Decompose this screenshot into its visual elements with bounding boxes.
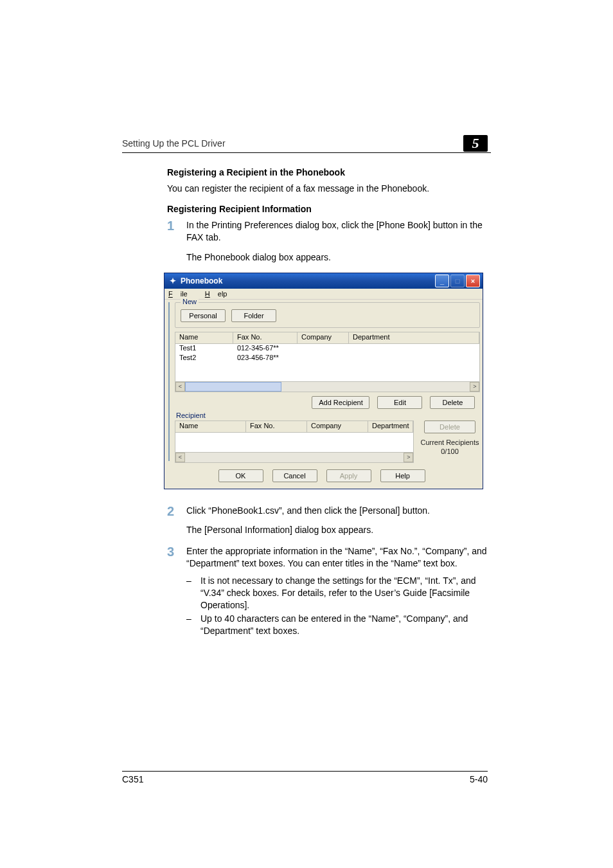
- titlebar: ✦ Phonebook _ □ ×: [164, 273, 483, 289]
- step-number: 2: [167, 505, 186, 518]
- minimize-button[interactable]: _: [435, 275, 449, 287]
- running-title: Setting Up the PCL Driver: [122, 138, 491, 153]
- list-row[interactable]: Test2 023-456-78**: [175, 354, 479, 363]
- note-item: –Up to 40 characters can be entered in t…: [186, 613, 488, 637]
- ok-button[interactable]: OK: [218, 469, 263, 482]
- col-department[interactable]: Department: [349, 332, 479, 343]
- window-title: Phonebook: [181, 276, 222, 285]
- running-header: Setting Up the PCL Driver: [122, 138, 491, 153]
- list-body[interactable]: Test1 012-345-67** Test2 023-456-78**: [175, 344, 480, 382]
- edit-button[interactable]: Edit: [377, 396, 422, 409]
- menu-file[interactable]: File: [168, 290, 195, 298]
- scroll-right-button[interactable]: >: [470, 382, 479, 392]
- tree-pane[interactable]: 📘hBook.csv 👤Test1 👤Test2 👥Group 📁Group1 …: [168, 302, 170, 461]
- groupbox-label: New: [181, 298, 199, 305]
- scroll-thumb[interactable]: [185, 382, 281, 392]
- recipient-label: Recipient: [176, 411, 480, 419]
- new-groupbox: New Personal Folder: [175, 302, 480, 328]
- step-number: 3: [167, 545, 186, 558]
- help-button[interactable]: Help: [380, 469, 425, 482]
- list-hscrollbar[interactable]: < >: [175, 382, 480, 392]
- delete-recipient-button[interactable]: Delete: [424, 420, 475, 433]
- col-fax[interactable]: Fax No.: [233, 332, 298, 343]
- step-text: In the Printing Preferences dialog box, …: [186, 219, 488, 244]
- recipient-counter: 0/100: [419, 448, 480, 455]
- col-department[interactable]: Department: [368, 421, 413, 432]
- step-text: Click “PhoneBook1.csv”, and then click t…: [186, 505, 488, 517]
- phonebook-dialog: ✦ Phonebook _ □ × File Help 📘hBook.csv �: [164, 273, 482, 489]
- step-subtext: The [Personal Information] dialog box ap…: [186, 524, 488, 536]
- scroll-right-button[interactable]: >: [404, 453, 413, 462]
- entry-list: Name Fax No. Company Department Test1 01…: [175, 332, 480, 392]
- intro-paragraph: You can register the recipient of a fax …: [167, 183, 488, 195]
- section-heading: Registering a Recipient in the Phonebook: [167, 167, 488, 177]
- subsection-heading: Registering Recipient Information: [167, 204, 488, 214]
- menubar: File Help: [164, 289, 483, 299]
- col-name[interactable]: Name: [175, 332, 233, 343]
- col-fax[interactable]: Fax No.: [246, 421, 307, 432]
- add-recipient-button[interactable]: Add Recipient: [312, 396, 369, 409]
- menu-help[interactable]: Help: [205, 290, 227, 298]
- col-company[interactable]: Company: [307, 421, 368, 432]
- scroll-down-button[interactable]: ˅: [168, 451, 169, 460]
- note-item: –It is not necessary to change the setti…: [186, 575, 488, 611]
- close-button[interactable]: ×: [466, 275, 480, 287]
- cancel-button[interactable]: Cancel: [272, 469, 317, 482]
- recipient-hscrollbar[interactable]: < >: [175, 453, 414, 463]
- scroll-left-button[interactable]: <: [175, 382, 185, 392]
- folder-button[interactable]: Folder: [231, 309, 276, 322]
- footer-model: C351: [122, 774, 143, 784]
- scroll-left-button[interactable]: <: [175, 453, 185, 462]
- step-3: 3 Enter the appropriate information in t…: [167, 545, 488, 571]
- list-row[interactable]: Test1 012-345-67**: [175, 344, 479, 354]
- step-1: 1 In the Printing Preferences dialog box…: [167, 219, 488, 248]
- apply-button[interactable]: Apply: [326, 469, 371, 482]
- step-2: 2 Click “PhoneBook1.csv”, and then click…: [167, 505, 488, 521]
- recipient-list[interactable]: Name Fax No. Company Department: [175, 420, 414, 453]
- page-footer: C351 5-40: [122, 771, 488, 784]
- step-3-notes: –It is not necessary to change the setti…: [186, 575, 488, 637]
- dialog-footer: OK Cancel Apply Help: [164, 463, 483, 489]
- col-company[interactable]: Company: [298, 332, 349, 343]
- maximize-button: □: [450, 275, 465, 287]
- personal-button[interactable]: Personal: [181, 309, 226, 322]
- current-recipients-label: Current Recipients: [419, 439, 480, 446]
- app-icon: ✦: [168, 276, 177, 285]
- footer-page-number: 5-40: [470, 774, 488, 784]
- step-text: Enter the appropriate information in the…: [186, 545, 488, 570]
- list-header: Name Fax No. Company Department: [175, 332, 480, 344]
- step-number: 1: [167, 219, 186, 232]
- col-name[interactable]: Name: [175, 421, 246, 432]
- delete-button[interactable]: Delete: [430, 396, 475, 409]
- step-subtext: The Phonebook dialog box appears.: [186, 251, 488, 264]
- chapter-number-badge: 5: [463, 135, 488, 152]
- recipient-header: Name Fax No. Company Department: [175, 421, 413, 433]
